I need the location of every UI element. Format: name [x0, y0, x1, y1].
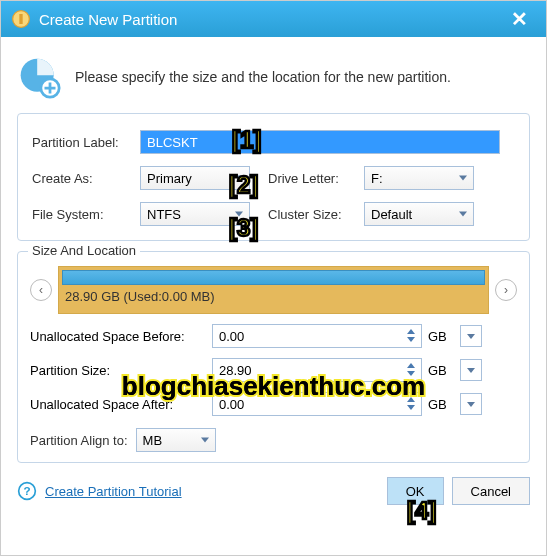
cluster-size-select[interactable]: Default: [364, 202, 474, 226]
close-button[interactable]: ✕: [503, 7, 536, 31]
unit-label-size: GB: [428, 363, 454, 378]
file-system-label: File System:: [32, 207, 132, 222]
app-icon: [11, 9, 31, 29]
cluster-size-label: Cluster Size:: [268, 207, 356, 222]
help-icon: ?: [17, 481, 37, 501]
partition-bar-text: 28.90 GB (Used:0.00 MB): [59, 285, 488, 304]
info-row: Please specify the size and the location…: [1, 37, 546, 113]
partition-label-label: Partition Label:: [32, 135, 132, 150]
partition-size-label: Partition Size:: [30, 363, 206, 378]
tutorial-link[interactable]: Create Partition Tutorial: [45, 484, 182, 499]
titlebar: Create New Partition ✕: [1, 1, 546, 37]
unalloc-after-input[interactable]: [212, 392, 422, 416]
shrink-right-button[interactable]: ›: [495, 279, 517, 301]
drive-letter-select[interactable]: F:: [364, 166, 474, 190]
file-system-select[interactable]: NTFS: [140, 202, 250, 226]
unit-select-size[interactable]: [460, 359, 482, 381]
unit-select-after[interactable]: [460, 393, 482, 415]
drive-letter-label: Drive Letter:: [268, 171, 356, 186]
unit-select-before[interactable]: [460, 325, 482, 347]
unit-label-after: GB: [428, 397, 454, 412]
size-location-legend: Size And Location: [28, 243, 140, 258]
unalloc-before-input[interactable]: [212, 324, 422, 348]
partition-size-spinner[interactable]: [404, 361, 418, 377]
info-text: Please specify the size and the location…: [75, 69, 451, 85]
ok-button[interactable]: OK: [387, 477, 444, 505]
form-panel: Partition Label: Create As: Primary Driv…: [17, 113, 530, 241]
bottom-row: ? Create Partition Tutorial OK Cancel: [1, 471, 546, 515]
svg-rect-1: [19, 14, 22, 24]
partition-stripe: [62, 270, 485, 285]
unalloc-before-label: Unallocated Space Before:: [30, 329, 206, 344]
partition-bar[interactable]: 28.90 GB (Used:0.00 MB): [58, 266, 489, 314]
partition-size-input[interactable]: [212, 358, 422, 382]
unalloc-before-spinner[interactable]: [404, 327, 418, 343]
unit-label-before: GB: [428, 329, 454, 344]
partition-label-input[interactable]: [140, 130, 500, 154]
svg-text:?: ?: [23, 484, 30, 497]
create-as-select[interactable]: Primary: [140, 166, 250, 190]
window-title: Create New Partition: [39, 11, 177, 28]
create-as-label: Create As:: [32, 171, 132, 186]
shrink-left-button[interactable]: ‹: [30, 279, 52, 301]
align-to-select[interactable]: MB: [136, 428, 216, 452]
unalloc-after-label: Unallocated Space After:: [30, 397, 206, 412]
size-location-fieldset: Size And Location ‹ 28.90 GB (Used:0.00 …: [17, 251, 530, 463]
align-to-label: Partition Align to:: [30, 433, 128, 448]
unalloc-after-spinner[interactable]: [404, 395, 418, 411]
partition-add-icon: [17, 55, 61, 99]
cancel-button[interactable]: Cancel: [452, 477, 530, 505]
